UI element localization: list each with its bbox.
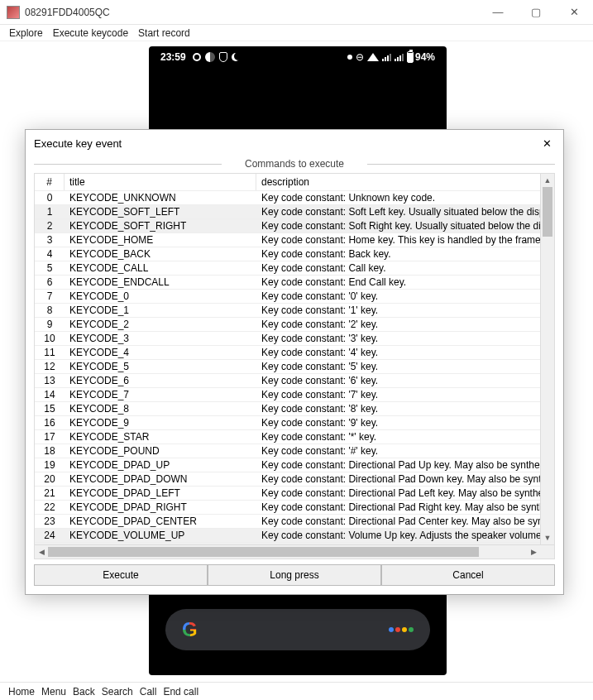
cell-idx: 20 — [35, 472, 65, 486]
window-minimize-button[interactable]: — — [479, 0, 517, 25]
menubar: Explore Execute keycode Start record — [0, 25, 593, 41]
table-row[interactable]: 20KEYCODE_DPAD_DOWNKey code constant: Di… — [35, 472, 554, 486]
table-row[interactable]: 17KEYCODE_STARKey code constant: '*' key… — [35, 429, 554, 443]
vscroll-thumb[interactable] — [543, 187, 552, 237]
window-close-button[interactable]: ✕ — [555, 0, 593, 25]
menu-execute-keycode[interactable]: Execute keycode — [50, 26, 131, 40]
status-call[interactable]: Call — [138, 685, 159, 698]
cell-title: KEYCODE_1 — [65, 304, 256, 317]
window-maximize-button[interactable]: ▢ — [517, 0, 555, 25]
cell-idx: 5 — [35, 261, 65, 275]
table-row[interactable]: 15KEYCODE_8Key code constant: '8' key. — [35, 401, 554, 415]
status-home[interactable]: Home — [7, 685, 36, 698]
cell-desc: Key code constant: Volume Up key. Adjust… — [256, 529, 554, 542]
table-row[interactable]: 19KEYCODE_DPAD_UPKey code constant: Dire… — [35, 458, 554, 472]
header-title[interactable]: title — [65, 174, 256, 190]
table-row[interactable]: 3KEYCODE_HOMEKey code constant: Home key… — [35, 233, 554, 247]
table-row[interactable]: 8KEYCODE_1Key code constant: '1' key. — [35, 303, 554, 317]
table-row[interactable]: 6KEYCODE_ENDCALLKey code constant: End C… — [35, 275, 554, 289]
status-menu[interactable]: Menu — [40, 685, 68, 698]
longpress-button[interactable]: Long press — [208, 564, 381, 586]
table-row[interactable]: 13KEYCODE_6Key code constant: '6' key. — [35, 373, 554, 387]
cell-idx: 1 — [35, 205, 65, 218]
status-bar: Home Menu Back Search Call End call — [0, 682, 593, 700]
cell-title: KEYCODE_8 — [65, 402, 256, 415]
device-clock: 23:59 — [160, 51, 186, 63]
table-row[interactable]: 11KEYCODE_4Key code constant: '4' key. — [35, 345, 554, 359]
table-row[interactable]: 7KEYCODE_0Key code constant: '0' key. — [35, 289, 554, 303]
cell-desc: Key code constant: '4' key. — [256, 346, 554, 359]
table-row[interactable]: 4KEYCODE_BACKKey code constant: Back key… — [35, 247, 554, 261]
window-title: 08291FDD4005QC — [25, 7, 479, 18]
table-body[interactable]: 0KEYCODE_UNKNOWNKey code constant: Unkno… — [35, 190, 554, 544]
cell-title: KEYCODE_BACK — [65, 247, 256, 261]
header-desc[interactable]: description — [256, 174, 554, 190]
cell-title: KEYCODE_POUND — [65, 444, 256, 458]
cell-title: KEYCODE_6 — [65, 374, 256, 387]
scroll-right-icon[interactable]: ▶ — [527, 545, 540, 559]
shield-icon — [219, 52, 227, 62]
cell-title: KEYCODE_UNKNOWN — [65, 191, 256, 204]
cell-title: KEYCODE_4 — [65, 346, 256, 359]
scroll-down-icon[interactable]: ▼ — [541, 531, 554, 544]
device-search-bar[interactable]: G — [165, 609, 430, 650]
table-row[interactable]: 18KEYCODE_POUNDKey code constant: '#' ke… — [35, 443, 554, 458]
status-back[interactable]: Back — [71, 685, 97, 698]
cell-idx: 3 — [35, 233, 65, 247]
table-row[interactable]: 23KEYCODE_DPAD_CENTERKey code constant: … — [35, 514, 554, 528]
cell-idx: 2 — [35, 219, 65, 233]
horizontal-scrollbar[interactable]: ◀ ▶ — [35, 544, 554, 559]
cell-idx: 15 — [35, 402, 65, 415]
execute-key-event-dialog: Execute key event ✕ Commands to execute … — [25, 129, 564, 595]
cell-title: KEYCODE_CALL — [65, 261, 256, 275]
assistant-icon[interactable] — [389, 627, 414, 632]
table-row[interactable]: 16KEYCODE_9Key code constant: '9' key. — [35, 415, 554, 429]
cell-title: KEYCODE_9 — [65, 416, 256, 429]
dialog-close-button[interactable]: ✕ — [538, 135, 555, 151]
status-endcall[interactable]: End call — [161, 685, 200, 698]
cell-idx: 4 — [35, 247, 65, 261]
dialog-title: Execute key event — [34, 137, 122, 150]
scroll-up-icon[interactable]: ▲ — [541, 174, 554, 187]
moon-icon — [232, 53, 240, 61]
cell-desc: Key code constant: '7' key. — [256, 388, 554, 401]
table-row[interactable]: 2KEYCODE_SOFT_RIGHTKey code constant: So… — [35, 218, 554, 233]
table-row[interactable]: 14KEYCODE_7Key code constant: '7' key. — [35, 387, 554, 401]
status-search[interactable]: Search — [100, 685, 135, 698]
table-row[interactable]: 12KEYCODE_5Key code constant: '5' key. — [35, 359, 554, 373]
execute-button[interactable]: Execute — [34, 564, 208, 586]
cell-title: KEYCODE_ENDCALL — [65, 276, 256, 289]
hscroll-thumb[interactable] — [48, 547, 479, 557]
cell-desc: Key code constant: '2' key. — [256, 318, 554, 331]
cell-desc: Key code constant: '*' key. — [256, 430, 554, 443]
cell-desc: Key code constant: '#' key. — [256, 444, 554, 458]
vertical-scrollbar[interactable]: ▲ ▼ — [540, 174, 554, 544]
cell-title: KEYCODE_DPAD_RIGHT — [65, 501, 256, 514]
cell-title: KEYCODE_DPAD_LEFT — [65, 487, 256, 500]
table-row[interactable]: 9KEYCODE_2Key code constant: '2' key. — [35, 317, 554, 331]
scroll-left-icon[interactable]: ◀ — [35, 545, 48, 559]
table-row[interactable]: 0KEYCODE_UNKNOWNKey code constant: Unkno… — [35, 190, 554, 204]
menu-start-record[interactable]: Start record — [136, 26, 193, 40]
cell-title: KEYCODE_0 — [65, 290, 256, 303]
cell-title: KEYCODE_DPAD_UP — [65, 458, 256, 472]
table-row[interactable]: 1KEYCODE_SOFT_LEFTKey code constant: Sof… — [35, 204, 554, 218]
table-row[interactable]: 10KEYCODE_3Key code constant: '3' key. — [35, 331, 554, 345]
cancel-button[interactable]: Cancel — [381, 564, 555, 586]
table-row[interactable]: 24KEYCODE_VOLUME_UPKey code constant: Vo… — [35, 528, 554, 542]
cell-title: KEYCODE_DPAD_CENTER — [65, 515, 256, 528]
table-row[interactable]: 21KEYCODE_DPAD_LEFTKey code constant: Di… — [35, 486, 554, 500]
battery-text: 94% — [415, 51, 435, 63]
cell-desc: Key code constant: Unknown key code. — [256, 191, 554, 204]
device-statusbar: 23:59 ⊖ 94% — [149, 46, 447, 68]
table-row[interactable]: 5KEYCODE_CALLKey code constant: Call key… — [35, 261, 554, 275]
cell-idx: 9 — [35, 318, 65, 331]
table-row[interactable]: 22KEYCODE_DPAD_RIGHTKey code constant: D… — [35, 500, 554, 514]
menu-explore[interactable]: Explore — [7, 26, 45, 40]
header-idx[interactable]: # — [35, 174, 65, 190]
google-g-icon: G — [182, 618, 198, 641]
cell-desc: Key code constant: Directional Pad Up ke… — [256, 458, 554, 472]
signal-icon — [382, 54, 391, 61]
cell-idx: 11 — [35, 346, 65, 359]
cell-desc: Key code constant: '6' key. — [256, 374, 554, 387]
